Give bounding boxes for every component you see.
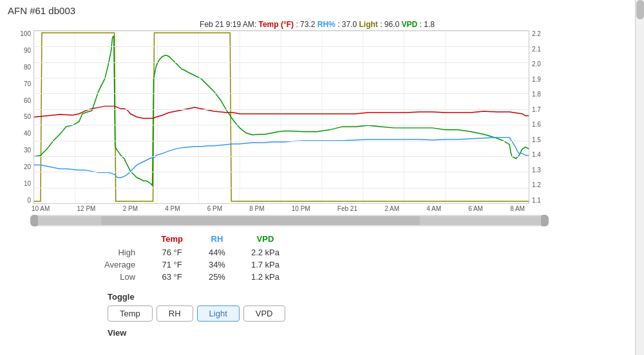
toggle-section: Toggle Temp RH Light VPD <box>108 292 627 322</box>
table-row: High 76 °F 44% 2.2 kPa <box>98 246 299 259</box>
row-high-rh: 44% <box>202 246 245 259</box>
stats-vpd-header: VPD <box>245 233 299 246</box>
page-scrollbar[interactable] <box>635 0 644 355</box>
chart-rh-colon: : <box>337 20 342 29</box>
row-avg-vpd: 1.7 kPa <box>245 259 299 271</box>
chart-light-label: Light <box>359 20 381 29</box>
view-label: View <box>108 328 627 338</box>
scrollbar-left-handle[interactable] <box>30 215 38 226</box>
chart-temp-label: Temp (°F) <box>258 20 294 29</box>
y-axis-right: 2.2 2.1 2.0 1.9 1.8 1.7 1.6 1.5 1.4 1.3 … <box>529 30 552 204</box>
page-title: AFN #61 db003 <box>8 5 627 16</box>
toggle-rh-button[interactable]: RH <box>156 305 193 322</box>
row-low-vpd: 1.2 kPa <box>245 271 299 283</box>
page-container: AFN #61 db003 Feb 21 9:19 AM: Temp (°F) … <box>0 0 644 355</box>
chart-light-value: 96.0 <box>384 20 399 29</box>
scrollbar-gap <box>101 216 420 225</box>
table-row: Average 71 °F 34% 1.7 kPa <box>98 259 299 271</box>
row-low-label: Low <box>98 271 155 283</box>
toggle-temp-button[interactable]: Temp <box>108 305 153 322</box>
stats-rh-header: RH <box>202 233 245 246</box>
chart-vpd-label: VPD <box>402 20 418 29</box>
chart-rh-value: 37.0 <box>342 20 357 29</box>
y-axis-left: 100 90 80 70 60 50 40 30 20 10 0 <box>11 30 33 204</box>
row-high-vpd: 2.2 kPa <box>245 246 299 259</box>
row-high-label: High <box>98 246 155 259</box>
toggle-light-button[interactable]: Light <box>197 305 240 322</box>
chart-svg <box>34 31 529 203</box>
row-avg-label: Average <box>98 259 155 271</box>
chart-date: Feb 21 9:19 AM: <box>200 20 256 29</box>
toggle-label: Toggle <box>108 292 627 302</box>
x-axis: 10 AM 12 PM 2 PM 4 PM 6 PM 8 PM 10 PM Fe… <box>30 205 526 212</box>
scrollbar-thumb[interactable] <box>636 0 644 19</box>
chart-header: Feb 21 9:19 AM: Temp (°F) : 73.2 RH% : 3… <box>8 20 627 29</box>
table-row: Low 63 °F 25% 1.2 kPa <box>98 271 299 283</box>
chart-scrollbar[interactable] <box>30 215 549 226</box>
stats-table: Temp RH VPD High 76 °F 44% 2.2 kPa Avera… <box>98 233 627 283</box>
chart-vpd-value: 1.8 <box>424 20 435 29</box>
chart-area[interactable] <box>33 30 529 204</box>
row-low-temp: 63 °F <box>155 271 202 283</box>
toggle-buttons: Temp RH Light VPD <box>108 305 627 322</box>
row-avg-rh: 34% <box>202 259 245 271</box>
row-high-temp: 76 °F <box>155 246 202 259</box>
chart-light-colon: : <box>380 20 384 29</box>
row-low-rh: 25% <box>202 271 245 283</box>
chart-rh-label: RH% <box>317 20 336 29</box>
stats-temp-header: Temp <box>155 233 202 246</box>
main-content: AFN #61 db003 Feb 21 9:19 AM: Temp (°F) … <box>0 0 634 343</box>
row-avg-temp: 71 °F <box>155 259 202 271</box>
scrollbar-right-handle[interactable] <box>541 215 549 226</box>
chart-temp-value: 73.2 <box>300 20 315 29</box>
chart-wrapper: 100 90 80 70 60 50 40 30 20 10 0 <box>11 30 552 204</box>
toggle-vpd-button[interactable]: VPD <box>243 305 285 322</box>
